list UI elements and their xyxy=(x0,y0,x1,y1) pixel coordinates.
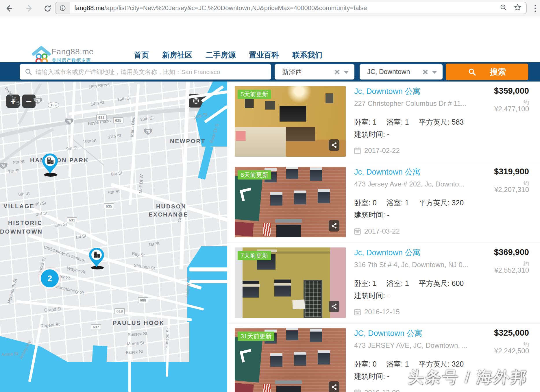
street-label: 7th St xyxy=(8,168,20,174)
built-year: 建筑时间: - xyxy=(354,210,529,220)
filter-state-caret-icon[interactable] xyxy=(344,71,349,74)
street-label: 5th St xyxy=(18,191,30,197)
listing-title[interactable]: JC, Downtown 公寓 xyxy=(354,328,422,339)
street-label: 1st St xyxy=(75,233,86,240)
listing-photo[interactable]: 31天前更新 xyxy=(235,328,346,392)
share-icon xyxy=(331,384,337,390)
street-label: 16th Street xyxy=(88,82,110,90)
bookmark-star-icon[interactable] xyxy=(514,3,521,12)
listing-card-0[interactable]: 5天前更新 Jc, Downtown 公寓 $359,000 227 Chris… xyxy=(227,82,540,162)
listing-photo[interactable]: 7天前更新 xyxy=(235,247,346,318)
street-label: Mall Dr W xyxy=(138,174,144,193)
share-button[interactable] xyxy=(329,220,339,232)
street-label: 15th St xyxy=(117,95,131,102)
search-icon xyxy=(25,68,32,75)
nav-item-2[interactable]: 二手房源 xyxy=(206,50,236,60)
street-label: 8th St xyxy=(13,159,25,165)
listing-card-1[interactable]: 6天前更新 Jc, Downtown 公寓 $319,900 473 Jerse… xyxy=(227,162,540,243)
street-label: Grand St xyxy=(44,306,62,313)
filter-area[interactable]: JC, Downtown xyxy=(360,64,443,79)
listing-price-cny: ¥2,207,310 xyxy=(494,186,529,194)
route-shield-635: 635 xyxy=(104,203,114,209)
nav-item-3[interactable]: 置业百科 xyxy=(249,50,279,60)
listing-photo[interactable]: 6天前更新 xyxy=(235,167,346,237)
listing-card-2[interactable]: 7天前更新 Jc, Downtown 公寓 $369,900 316 7th S… xyxy=(227,243,540,323)
nav-item-4[interactable]: 联系我们 xyxy=(292,50,322,60)
street-label: 2nd St xyxy=(54,221,67,228)
forward-icon[interactable] xyxy=(25,4,34,13)
neighborhood-label: PAULUS HOOK xyxy=(113,320,164,326)
url-text: fang88.me/app/list?city=New%20Jersey&c=J… xyxy=(74,4,367,12)
neighborhood-label: EXCHANGE xyxy=(149,211,188,218)
browser-menu-icon[interactable] xyxy=(531,4,540,13)
baths-value: 浴室: 1 xyxy=(386,279,409,287)
site-header: Fang88.me 美国房产数据专家 首页新房社区二手房源置业百科联系我们 xyxy=(0,16,540,62)
page-info-icon[interactable] xyxy=(56,2,70,14)
street-label: Hudson St xyxy=(164,328,170,349)
map[interactable]: + − 视图 Canal Basin Google Palisade Av16t… xyxy=(0,82,227,392)
listing-title[interactable]: Jc, Downtown 公寓 xyxy=(354,86,421,97)
sqft-value: 平方英尺: 600 xyxy=(419,279,464,287)
baths-value: 浴室: 1 xyxy=(386,199,409,207)
beds-value: 卧室: 1 xyxy=(354,118,377,126)
route-shield-637: 637 xyxy=(91,324,101,330)
browser-toolbar: fang88.me/app/list?city=New%20Jersey&c=J… xyxy=(0,0,540,17)
route-shield-139: 139 xyxy=(48,102,59,108)
listing-title[interactable]: Jc, Downtown 公寓 xyxy=(354,247,421,258)
route-shield-78: 78 xyxy=(144,128,152,135)
nav-item-0[interactable]: 首页 xyxy=(134,50,149,60)
filter-area-clear-icon[interactable] xyxy=(422,69,428,75)
map-pin-0[interactable] xyxy=(41,153,59,175)
route-shield-633: 633 xyxy=(96,114,107,121)
listing-price-usd: $369,900 xyxy=(494,247,529,257)
map-road xyxy=(180,82,190,269)
listing-details: 卧室: 1浴室: 1平方英尺: 600 xyxy=(354,279,529,288)
search-button-label: 搜索 xyxy=(490,66,506,77)
street-label: Monmouth St xyxy=(6,278,18,304)
listing-date-row: 2017-03-22 xyxy=(354,227,529,235)
search-button[interactable]: 搜索 xyxy=(446,64,528,80)
share-button[interactable] xyxy=(329,139,339,151)
main-nav: 首页新房社区二手房源置业百科联系我们 xyxy=(134,50,322,60)
route-shield-635: 635 xyxy=(113,117,123,123)
neighborhood-label: VILLAGE xyxy=(3,203,35,210)
listing-photo[interactable]: 5天前更新 xyxy=(235,86,346,157)
map-cluster-marker[interactable]: 2 xyxy=(41,269,59,287)
neighborhood-label: HISTORIC xyxy=(8,220,42,226)
listing-price-cny: ¥2,477,100 xyxy=(494,105,529,113)
beds-value: 卧室: 1 xyxy=(354,279,377,287)
street-label: 6th St xyxy=(108,189,120,195)
share-button[interactable] xyxy=(329,301,339,312)
listing-title[interactable]: Jc, Downtown 公寓 xyxy=(354,167,421,177)
back-icon[interactable] xyxy=(4,4,13,13)
photo-shape xyxy=(304,280,322,318)
address-bar[interactable]: fang88.me/app/list?city=New%20Jersey&c=J… xyxy=(55,2,527,14)
listing-address: 316 7th St # 4, Jc, Downtown, NJ 0... xyxy=(354,261,468,274)
logo-title: Fang88.me xyxy=(51,47,94,56)
listing-date: 2017-02-22 xyxy=(364,147,400,155)
search-bar: 请输入城市名或房产详细地址，请用英文名称，比如：San Francisco 新泽… xyxy=(0,62,540,82)
street-label: Wayne St xyxy=(66,265,86,274)
listing-date-row: 2016-12-15 xyxy=(354,308,529,316)
calendar-icon xyxy=(354,308,361,315)
zoom-out-page-icon[interactable] xyxy=(500,4,507,12)
filter-state[interactable]: 新泽西 xyxy=(275,64,354,79)
map-pin-1[interactable] xyxy=(88,247,105,269)
search-input[interactable]: 请输入城市名或房产详细地址，请用英文名称，比如：San Francisco xyxy=(20,64,271,79)
filter-state-clear-icon[interactable] xyxy=(334,69,340,75)
logo-house-icon xyxy=(32,45,51,64)
reload-icon[interactable] xyxy=(43,4,52,13)
share-button[interactable] xyxy=(329,381,339,392)
listing-address: 227 Christopher Columbus Dr # 11... xyxy=(354,99,467,113)
neighborhood-label: HUDSON xyxy=(156,203,186,210)
filter-area-caret-icon[interactable] xyxy=(432,71,437,74)
neighborhood-label: HAMILTON PARK xyxy=(30,157,89,164)
nav-item-1[interactable]: 新房社区 xyxy=(162,50,192,60)
map-road xyxy=(128,320,131,392)
beds-value: 卧室: 0 xyxy=(354,199,377,207)
street-label: 11th St xyxy=(108,133,121,140)
map-zoom-out-button[interactable]: − xyxy=(22,95,36,108)
photo-shape xyxy=(235,221,254,236)
route-shield-688: 688 xyxy=(138,297,148,303)
listings-panel[interactable]: 5天前更新 Jc, Downtown 公寓 $359,000 227 Chris… xyxy=(227,82,540,392)
